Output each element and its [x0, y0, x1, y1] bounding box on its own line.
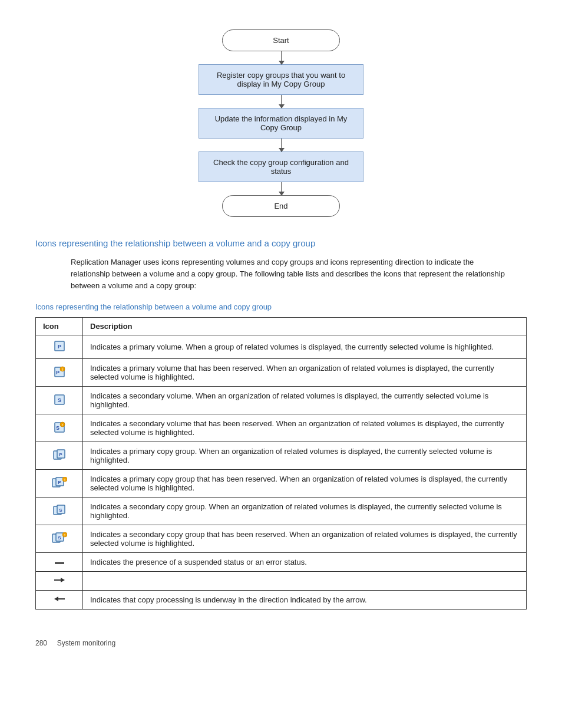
table-cell-icon: P — [36, 335, 83, 359]
flowchart: Start Register copy groups that you want… — [35, 29, 527, 217]
table-cell-icon: P ! — [36, 359, 83, 387]
table-cell-description: Indicates a secondary volume. When an or… — [83, 387, 527, 414]
table-cell-icon: P ! — [36, 470, 83, 498]
flow-arrow-2 — [281, 95, 282, 108]
table-row: P Indicates a primary volume. When a gro… — [36, 335, 527, 359]
table-cell-icon: S — [36, 498, 83, 525]
table-cell-icon — [36, 572, 83, 591]
flowchart-start: Start — [222, 29, 340, 51]
flowchart-end: End — [222, 195, 340, 217]
svg-text:!: ! — [64, 533, 65, 537]
sub-link[interactable]: Icons representing the relationship betw… — [35, 302, 272, 311]
table-row: S ! Indicates a secondary copy group tha… — [36, 525, 527, 553]
table-cell-description: Indicates a secondary copy group that ha… — [83, 525, 527, 553]
table-cell-description: Indicates a primary copy group. When an … — [83, 442, 527, 470]
section-title: Icons representing the relationship betw… — [35, 238, 527, 248]
body-text: Replication Manager uses icons represent… — [71, 256, 509, 292]
svg-text:S: S — [57, 397, 61, 403]
svg-marker-32 — [54, 597, 58, 601]
table-cell-description — [83, 572, 527, 591]
flow-arrow-1 — [281, 51, 282, 64]
table-cell-description: Indicates a primary copy group that has … — [83, 470, 527, 498]
svg-text:P: P — [59, 452, 62, 457]
flowchart-step-1: Register copy groups that you want to di… — [199, 64, 363, 95]
svg-rect-28 — [55, 562, 64, 564]
svg-text:!: ! — [62, 368, 63, 371]
table-row: S Indicates a secondary copy group. When… — [36, 498, 527, 525]
table-row: Indicates the presence of a suspended st… — [36, 553, 527, 572]
page-text: System monitoring — [57, 639, 115, 647]
table-cell-icon: S ! — [36, 525, 83, 553]
table-header-icon: Icon — [36, 318, 83, 335]
page-footer: 280 System monitoring — [35, 639, 527, 647]
table-cell-icon: S — [36, 387, 83, 414]
table-cell-icon: P — [36, 442, 83, 470]
page-number: 280 — [35, 639, 47, 647]
table-row: P ! Indicates a primary volume that has … — [36, 359, 527, 387]
table-row — [36, 572, 527, 591]
svg-text:!: ! — [62, 423, 63, 427]
table-cell-description: Indicates a primary volume that has been… — [83, 359, 527, 387]
table-cell-icon — [36, 553, 83, 572]
table-cell-description: Indicates that copy processing is underw… — [83, 591, 527, 610]
svg-marker-30 — [61, 578, 65, 582]
svg-text:P: P — [58, 480, 61, 485]
table-header-description: Description — [83, 318, 527, 335]
svg-text:S: S — [58, 535, 61, 541]
table-row: S ! Indicates a secondary volume that ha… — [36, 414, 527, 442]
flowchart-step-3: Check the copy group configuration and s… — [199, 151, 363, 182]
table-cell-description: Indicates the presence of a suspended st… — [83, 553, 527, 572]
svg-text:S: S — [55, 425, 59, 431]
table-row: P ! Indicates a primary copy group that … — [36, 470, 527, 498]
table-row: S Indicates a secondary volume. When an … — [36, 387, 527, 414]
table-cell-icon — [36, 591, 83, 610]
flowchart-step-2: Update the information displayed in My C… — [199, 108, 363, 139]
icon-table: Icon Description P Indicates a primary v… — [35, 317, 527, 610]
table-row: Indicates that copy processing is underw… — [36, 591, 527, 610]
table-cell-description: Indicates a primary volume. When a group… — [83, 335, 527, 359]
svg-text:S: S — [59, 508, 62, 513]
flow-arrow-3 — [281, 139, 282, 151]
svg-text:P: P — [57, 344, 61, 350]
svg-text:!: ! — [64, 478, 65, 482]
table-cell-icon: S ! — [36, 414, 83, 442]
table-cell-description: Indicates a secondary copy group. When a… — [83, 498, 527, 525]
table-row: P Indicates a primary copy group. When a… — [36, 442, 527, 470]
table-cell-description: Indicates a secondary volume that has be… — [83, 414, 527, 442]
svg-text:P: P — [55, 370, 59, 375]
flow-arrow-4 — [281, 182, 282, 195]
